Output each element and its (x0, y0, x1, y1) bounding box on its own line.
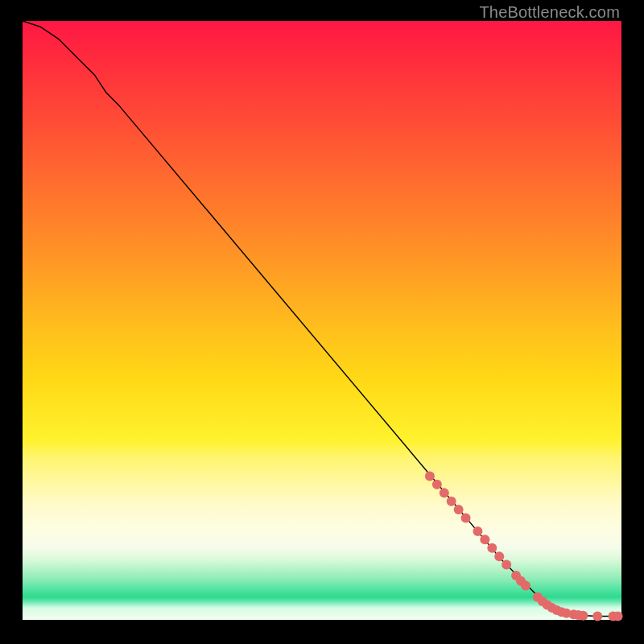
point-highlight (521, 581, 530, 591)
point-highlight (487, 543, 497, 553)
point-highlight (440, 488, 449, 497)
chart-svg (23, 21, 621, 620)
point-highlight (473, 526, 482, 536)
attribution-text: TheBottleneck.com (479, 3, 620, 22)
point-highlight (592, 612, 602, 621)
point-highlight (494, 551, 504, 561)
point-highlight (502, 560, 511, 570)
point-highlight (447, 497, 456, 506)
point-highlight (578, 611, 588, 621)
point-highlight (425, 471, 435, 481)
series-curve (23, 21, 621, 617)
plot-area (23, 21, 621, 620)
point-highlight (432, 480, 442, 489)
point-highlight (613, 612, 623, 621)
point-highlight (454, 505, 464, 514)
point-highlight (480, 535, 489, 544)
point-highlight (461, 514, 471, 523)
chart-stage: TheBottleneck.com (0, 0, 644, 644)
